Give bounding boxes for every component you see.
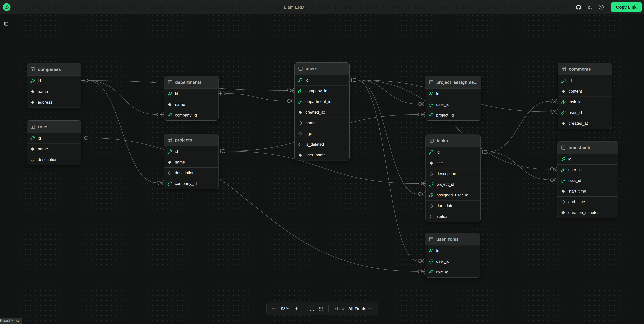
react-flow-attribution[interactable]: React Flow [0,318,22,324]
field-row-timesheets-task_id[interactable]: task_id [558,175,618,186]
liam-logo[interactable]: ℒ [3,3,10,11]
field-row-timesheets-id[interactable]: id [558,154,618,164]
field-row-comments-id[interactable]: id [558,75,612,86]
table-node-tasks[interactable]: tasksidtitledescriptionproject_idassigne… [426,134,480,222]
table-icon [167,137,172,142]
field-row-companies-name[interactable]: name [27,86,81,97]
not-null-diamond-icon [30,100,35,105]
field-name: id [175,149,178,154]
field-row-tasks-description[interactable]: description [426,168,480,179]
field-row-timesheets-user_id[interactable]: user_id [558,164,618,175]
table-node-companies[interactable]: companiesidnameaddress [27,63,81,108]
table-header-projects[interactable]: projects [164,134,218,146]
foreign-key-icon [298,89,302,93]
field-row-companies-address[interactable]: address [27,97,81,108]
help-button[interactable] [598,5,604,10]
field-row-tasks-title[interactable]: title [426,157,480,168]
show-label: show [335,306,344,311]
field-name: company_id [175,113,197,117]
table-node-departments[interactable]: departmentsidnamecompany_id [164,76,218,121]
field-row-project_assignments-project_id[interactable]: project_id [425,110,481,120]
fields-filter-select[interactable]: All Fields [348,306,372,311]
field-row-companies-id[interactable]: id [27,75,81,86]
table-header-tasks[interactable]: tasks [426,135,480,147]
field-row-tasks-assigned_user_id[interactable]: assigned_user_id [426,190,480,200]
table-node-users[interactable]: usersidcompany_iddepartment_idcreated_at… [294,62,350,160]
table-header-comments[interactable]: comments [558,63,612,75]
table-header-user_roles[interactable]: user_roles [425,233,480,245]
field-name: project_id [436,182,454,187]
not-null-diamond-icon [561,89,566,94]
field-row-roles-name[interactable]: name [27,143,81,154]
field-row-tasks-id[interactable]: id [426,147,480,157]
table-name: roles [38,124,48,129]
field-name: description [38,157,58,162]
table-node-roles[interactable]: rolesidnamedescription [27,120,81,165]
table-header-roles[interactable]: roles [27,121,81,133]
field-row-tasks-due_date[interactable]: due_date [426,200,480,211]
zoom-out-button[interactable] [271,306,276,311]
field-name: project_id [436,113,454,117]
sidebar-toggle-button[interactable] [3,21,10,28]
field-row-users-is_deleted[interactable]: is_deleted [294,139,350,150]
nullable-diamond-icon [429,204,434,208]
copy-link-button[interactable]: Copy Link [611,2,642,12]
field-row-departments-name[interactable]: name [164,99,218,110]
primary-key-icon [429,249,433,253]
field-row-users-created_at[interactable]: created_at [294,107,350,117]
field-row-roles-description[interactable]: description [27,154,81,165]
field-row-comments-created_at[interactable]: created_at [558,118,612,129]
table-header-departments[interactable]: departments [164,76,218,88]
field-row-users-name[interactable]: name [294,117,350,128]
table-header-users[interactable]: users [294,63,350,75]
announcements-button[interactable] [587,5,592,10]
field-row-project_assignments-user_id[interactable]: user_id [425,99,481,110]
field-row-project_assignments-id[interactable]: id [425,88,481,99]
field-row-timesheets-start_time[interactable]: start_time [558,186,618,197]
field-row-user_roles-role_id[interactable]: role_id [425,267,480,277]
field-row-projects-description[interactable]: description [164,168,218,178]
field-row-projects-id[interactable]: id [164,146,218,157]
field-name: name [175,160,185,165]
field-row-users-user_name[interactable]: user_name [294,150,350,160]
github-button[interactable] [576,5,581,10]
field-row-users-age[interactable]: age [294,128,350,139]
table-node-user_roles[interactable]: user_rolesiduser_idrole_id [425,233,480,277]
field-row-departments-id[interactable]: id [164,88,218,99]
field-row-roles-id[interactable]: id [27,133,81,143]
field-row-users-company_id[interactable]: company_id [294,85,350,96]
field-row-comments-task_id[interactable]: task_id [558,96,612,107]
tidy-up-button[interactable] [318,306,323,311]
field-row-user_roles-user_id[interactable]: user_id [425,256,480,267]
erd-canvas[interactable]: companiesidnameaddressrolesidnamedescrip… [0,0,644,324]
field-row-projects-name[interactable]: name [164,157,218,168]
field-row-departments-company_id[interactable]: company_id [164,110,218,120]
table-node-projects[interactable]: projectsidnamedescriptioncompany_id [164,134,218,189]
field-row-comments-user_id[interactable]: user_id [558,107,612,118]
foreign-key-icon [429,182,434,187]
field-row-users-id[interactable]: id [294,75,350,85]
zoom-in-button[interactable] [294,306,299,311]
table-node-project_assignments[interactable]: project_assignme...iduser_idproject_id [425,76,482,121]
field-row-tasks-status[interactable]: status [426,211,480,222]
table-header-companies[interactable]: companies [27,63,81,75]
field-row-comments-content[interactable]: content [558,86,612,96]
table-header-timesheets[interactable]: timesheets [558,141,618,154]
table-name: timesheets [568,145,592,150]
field-name: id [306,78,308,83]
field-name: content [568,89,582,94]
primary-key-icon [561,78,566,83]
table-header-project_assignments[interactable]: project_assignme... [425,76,481,88]
fit-view-button[interactable] [310,306,314,311]
field-row-timesheets-end_time[interactable]: end_time [558,197,618,207]
field-row-tasks-project_id[interactable]: project_id [426,179,480,190]
field-name: is_deleted [306,142,324,147]
field-row-projects-company_id[interactable]: company_id [164,178,218,189]
table-node-comments[interactable]: commentsidcontenttask_iduser_idcreated_a… [558,63,612,129]
field-row-user_roles-id[interactable]: id [425,245,480,256]
field-row-users-department_id[interactable]: department_id [294,96,350,107]
foreign-key-icon [561,168,566,172]
table-icon [429,237,434,242]
field-row-timesheets-duration_minutes[interactable]: duration_minutes [558,207,618,218]
table-node-timesheets[interactable]: timesheetsiduser_idtask_idstart_timeend_… [557,141,618,218]
